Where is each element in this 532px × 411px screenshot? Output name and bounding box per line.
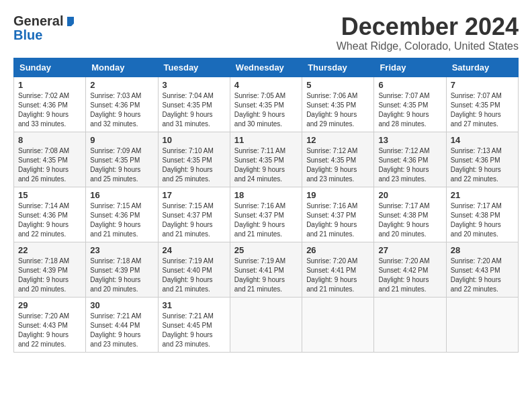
svg-marker-0 [67, 17, 74, 26]
empty-cell-3 [374, 297, 446, 352]
day-24: 24 Sunrise: 7:19 AMSunset: 4:40 PMDaylig… [158, 242, 230, 297]
title-block: December 2024 Wheat Ridge, Colorado, Uni… [337, 13, 519, 52]
day-23: 23 Sunrise: 7:18 AMSunset: 4:39 PMDaylig… [86, 242, 158, 297]
day-21: 21 Sunrise: 7:17 AMSunset: 4:38 PMDaylig… [446, 187, 518, 242]
day-13: 13 Sunrise: 7:12 AMSunset: 4:36 PMDaylig… [374, 132, 446, 187]
day-5: 5 Sunrise: 7:06 AMSunset: 4:35 PMDayligh… [302, 77, 374, 132]
day-16: 16 Sunrise: 7:15 AMSunset: 4:36 PMDaylig… [86, 187, 158, 242]
location-title: Wheat Ridge, Colorado, United States [337, 40, 519, 52]
header-friday: Friday [374, 58, 446, 77]
day-22: 22 Sunrise: 7:18 AMSunset: 4:39 PMDaylig… [14, 242, 86, 297]
day-18: 18 Sunrise: 7:16 AMSunset: 4:37 PMDaylig… [230, 187, 302, 242]
week-row-5: 29 Sunrise: 7:20 AMSunset: 4:43 PMDaylig… [14, 297, 519, 352]
empty-cell-2 [302, 297, 374, 352]
week-row-3: 15 Sunrise: 7:14 AMSunset: 4:36 PMDaylig… [14, 187, 519, 242]
logo: General Blue [13, 13, 77, 43]
day-29: 29 Sunrise: 7:20 AMSunset: 4:43 PMDaylig… [14, 297, 86, 352]
header-tuesday: Tuesday [158, 58, 230, 77]
day-25: 25 Sunrise: 7:19 AMSunset: 4:41 PMDaylig… [230, 242, 302, 297]
weekday-header-row: Sunday Monday Tuesday Wednesday Thursday… [14, 58, 519, 77]
day-6: 6 Sunrise: 7:07 AMSunset: 4:35 PMDayligh… [374, 77, 446, 132]
day-30: 30 Sunrise: 7:21 AMSunset: 4:44 PMDaylig… [86, 297, 158, 352]
calendar-title: December 2024 [337, 13, 519, 40]
page-header: General Blue December 2024 Wheat Ridge, … [13, 13, 519, 52]
day-1: 1 Sunrise: 7:02 AMSunset: 4:36 PMDayligh… [14, 77, 86, 132]
day-9: 9 Sunrise: 7:09 AMSunset: 4:35 PMDayligh… [86, 132, 158, 187]
day-14: 14 Sunrise: 7:13 AMSunset: 4:36 PMDaylig… [446, 132, 518, 187]
day-31: 31 Sunrise: 7:21 AMSunset: 4:45 PMDaylig… [158, 297, 230, 352]
logo-icon [64, 15, 77, 28]
day-10: 10 Sunrise: 7:10 AMSunset: 4:35 PMDaylig… [158, 132, 230, 187]
day-11: 11 Sunrise: 7:11 AMSunset: 4:35 PMDaylig… [230, 132, 302, 187]
logo-blue-text: Blue [13, 28, 42, 43]
header-sunday: Sunday [14, 58, 86, 77]
empty-cell-4 [446, 297, 518, 352]
day-17: 17 Sunrise: 7:15 AMSunset: 4:37 PMDaylig… [158, 187, 230, 242]
day-2: 2 Sunrise: 7:03 AMSunset: 4:36 PMDayligh… [86, 77, 158, 132]
day-3: 3 Sunrise: 7:04 AMSunset: 4:35 PMDayligh… [158, 77, 230, 132]
week-row-1: 1 Sunrise: 7:02 AMSunset: 4:36 PMDayligh… [14, 77, 519, 132]
day-12: 12 Sunrise: 7:12 AMSunset: 4:35 PMDaylig… [302, 132, 374, 187]
header-wednesday: Wednesday [230, 58, 302, 77]
day-20: 20 Sunrise: 7:17 AMSunset: 4:38 PMDaylig… [374, 187, 446, 242]
day-7: 7 Sunrise: 7:07 AMSunset: 4:35 PMDayligh… [446, 77, 518, 132]
day-28: 28 Sunrise: 7:20 AMSunset: 4:43 PMDaylig… [446, 242, 518, 297]
day-15: 15 Sunrise: 7:14 AMSunset: 4:36 PMDaylig… [14, 187, 86, 242]
day-8: 8 Sunrise: 7:08 AMSunset: 4:35 PMDayligh… [14, 132, 86, 187]
day-4: 4 Sunrise: 7:05 AMSunset: 4:35 PMDayligh… [230, 77, 302, 132]
empty-cell-1 [230, 297, 302, 352]
week-row-4: 22 Sunrise: 7:18 AMSunset: 4:39 PMDaylig… [14, 242, 519, 297]
header-monday: Monday [86, 58, 158, 77]
logo-general-text: General [13, 13, 63, 29]
header-thursday: Thursday [302, 58, 374, 77]
header-saturday: Saturday [446, 58, 518, 77]
day-19: 19 Sunrise: 7:16 AMSunset: 4:37 PMDaylig… [302, 187, 374, 242]
day-26: 26 Sunrise: 7:20 AMSunset: 4:41 PMDaylig… [302, 242, 374, 297]
day-27: 27 Sunrise: 7:20 AMSunset: 4:42 PMDaylig… [374, 242, 446, 297]
week-row-2: 8 Sunrise: 7:08 AMSunset: 4:35 PMDayligh… [14, 132, 519, 187]
calendar-table: Sunday Monday Tuesday Wednesday Thursday… [13, 58, 519, 353]
